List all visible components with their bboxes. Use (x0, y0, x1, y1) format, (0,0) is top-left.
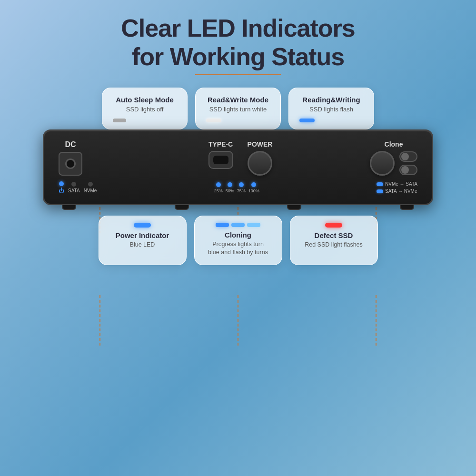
card-read-write-title: Read&Write Mode (206, 96, 270, 104)
clone-label: Clone (385, 140, 403, 148)
card-power-indicator: Power Indicator Blue LED (99, 216, 187, 265)
power-icon: ⏻ (59, 188, 64, 194)
clone-led-row (204, 223, 272, 227)
dc-section: DC (59, 140, 82, 176)
clone-dir1-label: NVMe → SATA (385, 181, 417, 187)
typec-port-inner (213, 156, 228, 164)
progress-led-50: 50% (226, 182, 234, 193)
defect-ssd-subtitle: Red SSD light flashes (300, 241, 368, 249)
cloning-subtitle: Progress lights turnblue and flash by tu… (204, 240, 272, 257)
clone-led-1 (216, 223, 229, 227)
card-auto-sleep-subtitle: SSD lights off (113, 106, 177, 113)
power-label: POWER (248, 140, 273, 148)
bottom-cards-row: Power Indicator Blue LED Cloning Progres… (99, 216, 378, 265)
sata-label: SATA (68, 188, 80, 193)
cloning-title: Cloning (204, 231, 272, 239)
toggle-sata-nvme[interactable] (399, 165, 417, 175)
top-cards-row: Auto Sleep Mode SSD lights off Read&Writ… (102, 88, 374, 129)
toggle-nvme-sata[interactable] (399, 151, 417, 162)
clone-section: Clone (370, 140, 417, 176)
main-container: Clear LED Indicators for Working Status … (0, 0, 476, 476)
defect-ssd-title: Defect SSD (300, 231, 368, 239)
card-auto-sleep-title: Auto Sleep Mode (113, 96, 177, 104)
nvme-led (88, 182, 93, 187)
buttons-section: TYPE-C POWER (208, 140, 273, 176)
clone-dir2: SATA → NVMe (377, 188, 417, 194)
progress-dot-50 (228, 182, 232, 187)
card-reading-writing-title: Reading&Writing (299, 96, 363, 104)
card-read-write-subtitle: SSD lights turn white (206, 106, 270, 113)
power-indicator-title: Power Indicator (109, 231, 177, 239)
device-section: DC TYPE-C POWER (43, 129, 433, 210)
dir1-led (377, 182, 383, 186)
clone-button[interactable] (370, 151, 395, 176)
device-body: DC TYPE-C POWER (43, 129, 433, 205)
clone-led-2 (231, 223, 245, 227)
led-white-indicator (206, 119, 221, 122)
card-auto-sleep: Auto Sleep Mode SSD lights off (102, 88, 188, 129)
progress-label-25: 25% (214, 188, 223, 193)
card-reading-writing-subtitle: SSD lights flash (299, 106, 363, 113)
dc-port-inner (65, 159, 76, 169)
progress-led-25: 25% (214, 182, 223, 193)
power-indicator-led (134, 223, 151, 228)
title-section: Clear LED Indicators for Working Status (121, 14, 355, 75)
led-blue-flash-indicator (299, 119, 315, 122)
progress-dot-25 (216, 182, 221, 187)
main-title-line2: for Working Status (121, 43, 355, 71)
progress-led-100: 100% (248, 182, 259, 193)
typec-port[interactable] (208, 151, 233, 169)
led-off-indicator (113, 119, 126, 122)
defect-led (325, 223, 342, 228)
progress-dot-75 (239, 182, 244, 187)
dir2-led (377, 189, 383, 193)
card-reading-writing: Reading&Writing SSD lights flash (288, 88, 374, 129)
main-title-line1: Clear LED Indicators (121, 14, 355, 43)
power-button[interactable] (248, 151, 272, 176)
left-led-group: ⏻ SATA NVMe (59, 181, 97, 194)
device-leds-row: ⏻ SATA NVMe 25% (59, 179, 417, 196)
progress-label-75: 75% (237, 188, 246, 193)
card-cloning: Cloning Progress lights turnblue and fla… (194, 216, 282, 265)
clone-led-3 (247, 223, 260, 227)
progress-led-group: 25% 50% 75% 100% (214, 182, 259, 193)
clone-buttons (370, 151, 417, 176)
dc-port (59, 152, 82, 176)
nvme-label: NVMe (84, 188, 97, 193)
progress-label-100: 100% (248, 188, 259, 193)
typec-label: TYPE-C (208, 140, 233, 148)
sata-led (71, 182, 76, 187)
card-read-write: Read&Write Mode SSD lights turn white (195, 88, 281, 129)
progress-dot-100 (251, 182, 256, 187)
power-indicator-subtitle: Blue LED (109, 241, 177, 249)
typec-group: TYPE-C (208, 140, 233, 169)
progress-led-75: 75% (237, 182, 246, 193)
clone-dir2-label: SATA → NVMe (385, 188, 417, 194)
progress-label-50: 50% (226, 188, 234, 193)
power-led (59, 181, 64, 186)
device-top-row: DC TYPE-C POWER (59, 140, 417, 176)
power-group: POWER (248, 140, 273, 176)
clone-dir1: NVMe → SATA (377, 181, 417, 187)
clone-direction-group: NVMe → SATA SATA → NVMe (377, 181, 417, 194)
dc-label: DC (65, 140, 76, 149)
title-underline (195, 74, 281, 75)
card-defect-ssd: Defect SSD Red SSD light flashes (290, 216, 378, 265)
